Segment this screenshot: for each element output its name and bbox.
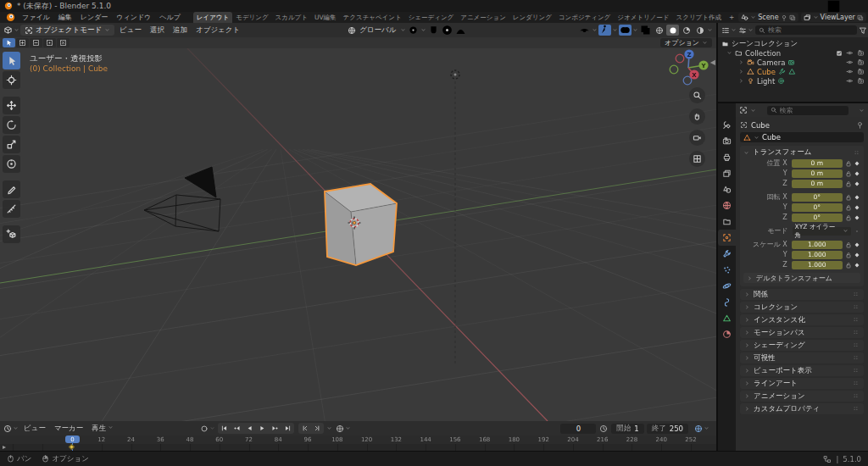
editor-type-button[interactable] bbox=[3, 25, 19, 35]
outliner-row-シーンコレクション[interactable]: シーンコレクション bbox=[718, 39, 868, 48]
overlays-dropdown[interactable] bbox=[619, 25, 638, 36]
chevron-right-icon[interactable] bbox=[738, 69, 744, 75]
menu-ヘルプ[interactable]: ヘルプ bbox=[155, 12, 185, 23]
object-name-field[interactable]: Cube bbox=[740, 132, 864, 142]
prev-frame-button[interactable] bbox=[298, 423, 311, 434]
nav-persp-grid-button[interactable] bbox=[689, 151, 705, 167]
eye-icon[interactable] bbox=[846, 68, 854, 75]
checkbox-icon[interactable] bbox=[836, 50, 843, 57]
workspace-tab-ジオメトリノード[interactable]: ジオメトリノード bbox=[614, 12, 672, 23]
proportional-editing-toggle[interactable] bbox=[441, 25, 453, 36]
properties-search-input[interactable] bbox=[780, 107, 845, 114]
lock-open-icon[interactable] bbox=[845, 194, 852, 201]
outliner-search[interactable] bbox=[755, 25, 857, 35]
keyframe-icon[interactable] bbox=[854, 241, 860, 248]
properties-tab-render[interactable] bbox=[718, 133, 736, 149]
nav-zoom-button[interactable] bbox=[689, 87, 705, 103]
dot-icon[interactable] bbox=[854, 228, 860, 235]
value-field-Z[interactable]: 1.000 bbox=[792, 261, 843, 269]
value-field-Y[interactable]: 1.000 bbox=[792, 251, 843, 259]
panel-関係[interactable]: 関係 bbox=[740, 289, 864, 300]
shade-wire-button[interactable] bbox=[653, 25, 665, 36]
gizmo-minus-z[interactable] bbox=[683, 76, 692, 85]
outliner-row-Camera[interactable]: Camera bbox=[718, 58, 868, 67]
gizmo-minus-y[interactable] bbox=[670, 65, 678, 74]
keying-set-button[interactable] bbox=[336, 424, 351, 433]
sel-invert-button[interactable] bbox=[43, 38, 56, 47]
editor-properties-icon[interactable] bbox=[739, 106, 748, 114]
keyframe-icon[interactable] bbox=[854, 252, 860, 258]
timeline-ruler[interactable]: 1224364860728496108120132144156168180192… bbox=[0, 435, 716, 444]
panel-カスタムプロパティ[interactable]: カスタムプロパティ bbox=[740, 403, 864, 414]
keyframe-icon[interactable] bbox=[854, 160, 860, 167]
tool-select-box[interactable] bbox=[3, 52, 20, 69]
pin-icon[interactable] bbox=[781, 14, 787, 21]
auto-key-button[interactable] bbox=[200, 424, 215, 433]
tool-measure[interactable] bbox=[3, 200, 20, 218]
outliner-row-Cube[interactable]: Cube bbox=[718, 67, 868, 76]
menu-編集[interactable]: 編集 bbox=[54, 12, 76, 23]
value-field-Y[interactable]: 0° bbox=[792, 203, 843, 212]
visibility-dropdown[interactable] bbox=[578, 25, 598, 36]
eye-icon[interactable] bbox=[846, 77, 854, 85]
lock-open-icon[interactable] bbox=[845, 262, 852, 269]
eye-icon[interactable] bbox=[846, 49, 854, 57]
chevron-down-icon[interactable] bbox=[859, 108, 865, 114]
eye-icon[interactable] bbox=[846, 58, 854, 66]
workspace-tab-コンポジティング[interactable]: コンポジティング bbox=[555, 12, 614, 23]
viewlayer-selector[interactable]: ViewLayer bbox=[801, 13, 866, 22]
options-button[interactable]: オプション bbox=[660, 38, 712, 47]
properties-tab-tool[interactable] bbox=[718, 117, 736, 133]
timeline-track[interactable] bbox=[0, 444, 716, 451]
value-field-Z[interactable]: 0 m bbox=[792, 180, 843, 188]
panel-アニメーション[interactable]: アニメーション bbox=[740, 391, 864, 402]
panel-モーションパス[interactable]: モーションパス bbox=[740, 327, 864, 338]
playhead[interactable]: 0 bbox=[65, 435, 80, 443]
minimize-button[interactable] bbox=[799, 0, 822, 12]
menu-ファイル[interactable]: ファイル bbox=[18, 12, 54, 23]
properties-tab-scene[interactable] bbox=[718, 181, 736, 197]
grip-icon[interactable] bbox=[852, 316, 860, 324]
tool-scale[interactable] bbox=[3, 136, 20, 153]
maximize-button[interactable] bbox=[822, 0, 845, 12]
lock-open-icon[interactable] bbox=[845, 252, 852, 258]
timeline-menu-マーカー[interactable]: マーカー bbox=[50, 424, 87, 434]
tool-annotate[interactable] bbox=[3, 180, 20, 198]
render-restrict-icon[interactable] bbox=[857, 77, 865, 85]
shade-render-button[interactable] bbox=[693, 25, 706, 36]
lock-open-icon[interactable] bbox=[845, 204, 852, 211]
workspace-tab-レンダリング[interactable]: レンダリング bbox=[509, 12, 555, 23]
grip-icon[interactable] bbox=[852, 354, 860, 362]
tool-transform[interactable] bbox=[3, 155, 20, 173]
viewport-menu-追加[interactable]: 追加 bbox=[169, 25, 192, 36]
outliner-filter-dropdown[interactable] bbox=[859, 26, 868, 35]
duplicate-icon[interactable] bbox=[789, 14, 796, 21]
outliner-filter-mode-dropdown[interactable] bbox=[738, 26, 754, 35]
keyframe-icon[interactable] bbox=[854, 194, 860, 201]
3d-viewport[interactable]: Z Y X ユーザー・透視投影 (0) Collection | Cube ◀ bbox=[0, 48, 716, 421]
render-restrict-icon[interactable] bbox=[857, 68, 865, 75]
grip-icon[interactable] bbox=[853, 149, 860, 157]
keyframe-icon[interactable] bbox=[854, 170, 860, 177]
stopwatch-icon[interactable] bbox=[599, 424, 608, 433]
grip-icon[interactable] bbox=[852, 380, 860, 387]
keyframe-icon[interactable] bbox=[854, 204, 860, 211]
tool-move[interactable] bbox=[3, 97, 20, 114]
keyframe-icon[interactable] bbox=[854, 262, 860, 269]
lock-open-icon[interactable] bbox=[845, 170, 852, 177]
value-field-Z[interactable]: 0° bbox=[792, 214, 843, 222]
viewport-menu-オブジェクト[interactable]: オブジェクト bbox=[192, 25, 244, 36]
delta-transform-panel[interactable]: デルタトランスフォーム bbox=[743, 273, 860, 283]
close-button[interactable] bbox=[845, 0, 868, 12]
sel-extend-button[interactable] bbox=[16, 38, 29, 47]
workspace-tab-モデリング[interactable]: モデリング bbox=[232, 12, 271, 23]
timeline-menu-再生[interactable]: 再生 bbox=[87, 424, 118, 434]
panel-ラインアート[interactable]: ラインアート bbox=[740, 378, 864, 389]
panel-コレクション[interactable]: コレクション bbox=[740, 302, 864, 313]
jump-end-button[interactable] bbox=[281, 423, 294, 434]
gizmo-minus-x[interactable] bbox=[676, 54, 684, 63]
tool-rotate[interactable] bbox=[3, 116, 20, 134]
render-restrict-icon[interactable] bbox=[857, 49, 865, 57]
grip-icon[interactable] bbox=[852, 392, 860, 400]
snap-magnet-toggle[interactable] bbox=[427, 25, 440, 36]
